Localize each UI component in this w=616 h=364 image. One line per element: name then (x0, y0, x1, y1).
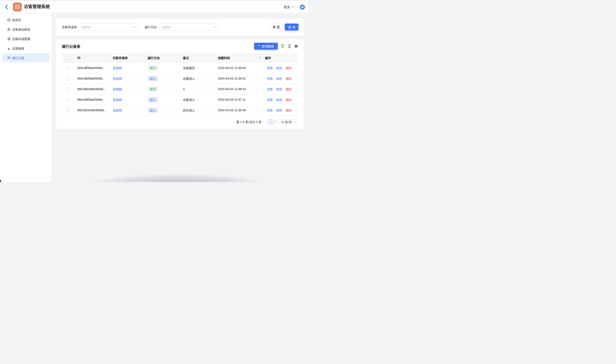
svg-text:e: e (301, 5, 303, 9)
